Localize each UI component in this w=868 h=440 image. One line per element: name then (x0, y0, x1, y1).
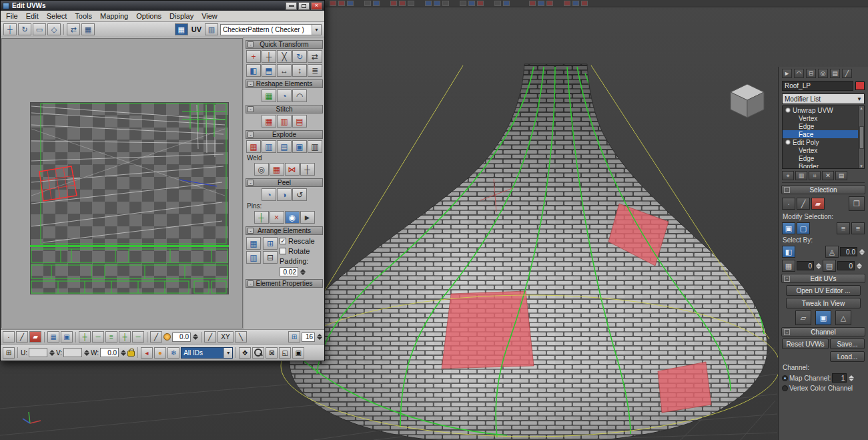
stack-item[interactable]: Unwrap UVW (783, 106, 864, 114)
collapse-icon[interactable]: - (248, 228, 254, 234)
make-unique-icon[interactable]: ⌗ (809, 171, 821, 180)
stack-item[interactable]: Edge (783, 122, 864, 130)
toolbar-icon[interactable] (460, 1, 466, 6)
zoom-icon[interactable] (252, 347, 264, 359)
select-matid-icon[interactable]: ▦ (782, 260, 795, 272)
visibility-bulb-icon[interactable] (785, 140, 791, 145)
reset-peel-icon[interactable]: △ (835, 310, 851, 325)
relax-until-flat-icon[interactable]: ◠ (292, 89, 307, 102)
stack-item-selected[interactable]: Face (783, 130, 864, 138)
face-mode-icon[interactable]: ▰ (29, 331, 41, 343)
grid-size-field[interactable]: 16 (302, 333, 315, 342)
relax-tool-icon[interactable]: ◔ (277, 89, 292, 102)
straighten-selection-icon[interactable]: ▦ (262, 89, 276, 102)
menu-view[interactable]: View (197, 11, 222, 21)
break-icon[interactable]: ▥ (308, 140, 322, 153)
pin-select-icon[interactable]: ► (300, 211, 315, 224)
quick-peel-icon[interactable]: ▣ (815, 310, 831, 325)
move-tool-icon[interactable]: ┼ (3, 23, 17, 35)
menu-options[interactable]: Options (132, 11, 165, 21)
show-checker-icon[interactable]: ▦ (175, 23, 188, 35)
filter-selected-icon[interactable]: ● (154, 347, 166, 359)
spinner[interactable] (192, 334, 198, 340)
xy-axis-button[interactable]: XY (218, 331, 234, 343)
collapse-icon[interactable]: - (248, 106, 254, 112)
spinner[interactable] (856, 263, 862, 269)
uv-wireframe[interactable] (30, 102, 229, 294)
object-name-field[interactable]: Roof_LP (782, 81, 853, 91)
u-field[interactable] (29, 348, 47, 357)
stitch-average-icon[interactable]: ▤ (292, 115, 307, 128)
shrink-selection-icon[interactable]: ▢ (797, 222, 810, 234)
visibility-bulb-icon[interactable] (785, 107, 791, 113)
flatten-custom-icon[interactable]: ▣ (292, 140, 307, 153)
toolbar-icon[interactable] (399, 1, 406, 6)
hide-selected-icon[interactable]: ◂ (141, 347, 153, 359)
zoom-region-icon[interactable]: ⊠ (266, 347, 278, 359)
move-h-icon[interactable]: ┼ (262, 50, 276, 63)
select-loop-icon[interactable]: ≡ (837, 222, 850, 234)
edit-uvs-rollout-header[interactable]: - Edit UVs (781, 274, 865, 283)
toolbar-icon[interactable] (373, 1, 380, 6)
w-field[interactable]: 0.0 (100, 348, 119, 357)
stack-item[interactable]: Edge (783, 154, 864, 162)
stack-item[interactable]: Vertex (783, 114, 864, 122)
peel-reset-icon[interactable]: ↺ (292, 188, 307, 201)
collapse-icon[interactable]: - (248, 132, 254, 138)
align-edge-icon[interactable]: ⇄ (308, 50, 322, 63)
modifier-list-dropdown[interactable]: Modifier List ▼ (782, 93, 865, 104)
zoom-extents-icon[interactable]: ◱ (279, 347, 291, 359)
weld-custom-icon[interactable]: ┼ (300, 163, 315, 176)
rotate-tool-icon[interactable]: ↻ (18, 23, 31, 35)
edge-mode-icon[interactable]: ╱ (16, 331, 28, 343)
pin-show-icon[interactable]: ◉ (285, 211, 300, 224)
select-element-icon[interactable]: ▦ (47, 331, 59, 343)
space-h-icon[interactable]: ↔ (277, 64, 292, 77)
stack-item[interactable]: Border (783, 162, 864, 169)
toolbar-icon[interactable] (442, 1, 449, 6)
target-weld-icon[interactable]: ◎ (254, 163, 269, 176)
rescale-checkbox[interactable] (280, 238, 286, 244)
v-field[interactable] (63, 348, 82, 357)
toolbar-icon[interactable] (494, 1, 501, 6)
toolbar-icon[interactable] (347, 1, 354, 6)
pack-together-icon[interactable]: ⊟ (263, 251, 278, 264)
channel-rollout-header[interactable]: - Channel (781, 327, 865, 337)
menu-display[interactable]: Display (165, 11, 197, 21)
falloff-value-field[interactable]: 0.0 (172, 333, 191, 342)
grow-loop-icon[interactable]: ┼ (119, 331, 131, 343)
peel-mode-icon[interactable]: ◑ (277, 188, 292, 201)
linear-align-icon[interactable]: ≣ (308, 64, 322, 77)
title-bar[interactable]: Edit UVWs × (1, 1, 324, 11)
toolbar-icon[interactable] (529, 1, 536, 6)
menu-mapping[interactable]: Mapping (96, 11, 132, 21)
matid-field[interactable]: 0 (797, 261, 814, 270)
toolbar-icon[interactable] (468, 1, 475, 6)
options-icon[interactable]: ⊞ (3, 347, 15, 359)
selection-rollout-header[interactable]: - Selection (781, 185, 865, 194)
grow-uv-icon[interactable]: ┼ (79, 331, 91, 343)
selected-uv-island[interactable] (39, 166, 77, 201)
zoom-to-gizmo-icon[interactable]: ▣ (292, 347, 304, 359)
reset-uvws-button[interactable]: Reset UVWs (782, 339, 829, 349)
pin-remove-icon[interactable]: × (270, 211, 284, 224)
create-tab-icon[interactable]: ► (782, 69, 792, 78)
spinner[interactable] (300, 269, 306, 275)
grid-snap-icon[interactable]: ⊞ (288, 331, 300, 343)
minimize-button[interactable] (286, 2, 297, 10)
weld-all-icon[interactable]: ⋈ (285, 163, 300, 176)
weld-selected-icon[interactable]: ▦ (270, 163, 284, 176)
spinner[interactable] (859, 249, 865, 255)
toolbar-icon[interactable] (434, 1, 440, 6)
spinner[interactable] (815, 263, 821, 269)
sync-selection-icon[interactable]: ▣ (61, 331, 73, 343)
toolbar-icon[interactable] (364, 1, 371, 6)
padding-field[interactable]: 0.02 (280, 267, 298, 276)
align-h-icon[interactable]: ◧ (246, 64, 261, 77)
stack-scrollbar[interactable]: ▲▼ (858, 106, 864, 168)
align-v-icon[interactable]: ⬒ (262, 64, 276, 77)
rotate-checkbox[interactable] (280, 248, 286, 254)
toolbar-icon[interactable] (477, 1, 484, 6)
freeform-tool-icon[interactable]: ◇ (47, 23, 61, 35)
flatten-by-angle-icon[interactable]: ▦ (246, 140, 261, 153)
